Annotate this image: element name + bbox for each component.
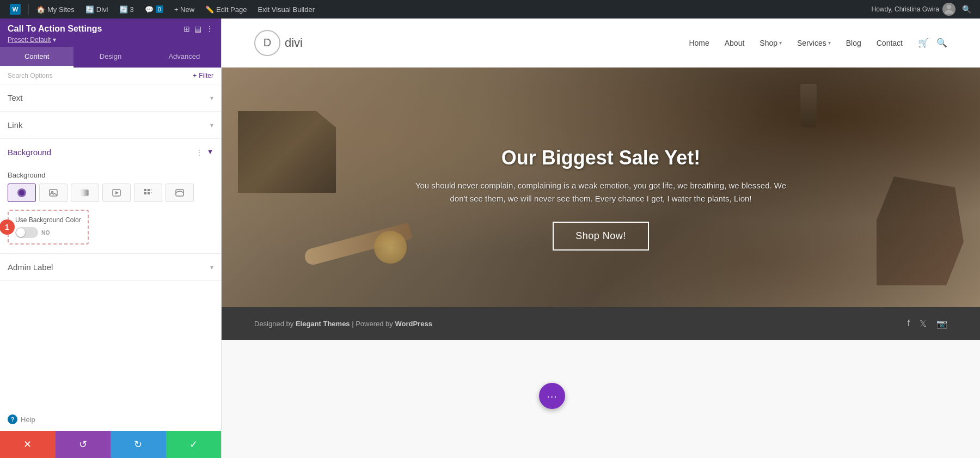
user-avatar[interactable] [942,3,955,16]
nav-blog[interactable]: Blog [846,39,861,47]
my-sites-label: My Sites [47,5,75,14]
user-greeting: Howdy, Christina Gwira [872,5,939,13]
svg-rect-14 [176,190,183,196]
twitter-icon[interactable]: 𝕏 [920,319,927,329]
responsive-icon[interactable]: ⊞ [183,25,190,33]
svg-rect-9 [148,189,150,191]
text-section: Text ▾ [0,84,221,112]
cancel-icon: ✕ [23,438,32,450]
tab-advanced[interactable]: Advanced [148,47,221,68]
help-icon: ? [8,414,17,424]
link-accordion-header[interactable]: Link ▾ [0,112,221,138]
panel-title: Call To Action Settings [8,24,102,34]
logo-circle: D [254,30,280,56]
new-item[interactable]: + New [170,0,199,19]
footer-social-icons: f 𝕏 📷 [908,319,947,329]
tab-design[interactable]: Design [74,47,147,68]
designed-by-text: Designed by [254,320,296,328]
panel-tabs: Content Design Advanced [0,47,221,68]
site-name-item[interactable]: 🔄 Divi [81,0,113,19]
text-accordion-header[interactable]: Text ▾ [0,84,221,111]
bg-video-tab[interactable] [102,184,131,202]
nav-about-label: About [725,39,745,47]
cancel-button[interactable]: ✕ [0,431,56,458]
wp-admin-bar: W 🏠 My Sites 🔄 Divi 🔄 3 💬 0 + New ✏️ Edi… [0,0,980,19]
link-chevron-icon: ▾ [210,121,213,129]
toggle-thumb [16,228,25,237]
hero-title: Our Biggest Sale Yet! [501,146,700,169]
link-section-label: Link [8,120,23,130]
hero-subtitle: You should never complain, complaining i… [411,179,792,205]
facebook-icon[interactable]: f [908,319,910,329]
edit-page-item[interactable]: ✏️ Edit Page [201,0,251,19]
use-bg-color-toggle[interactable]: NO [15,227,81,238]
bg-image-tab[interactable] [39,184,68,202]
background-accordion-header[interactable]: Background ⋮ ▲ [0,139,221,166]
help-row[interactable]: ? Help [0,408,221,431]
floating-action-button[interactable]: ··· [539,383,565,409]
background-more-icon[interactable]: ⋮ [196,149,203,156]
cart-icon[interactable]: 🛒 [918,38,929,48]
admin-label-accordion-header[interactable]: Admin Label ▾ [0,254,221,280]
svg-point-0 [947,5,951,9]
svg-point-2 [19,190,24,196]
filter-label: Filter [199,72,213,80]
search-icon[interactable]: 🔍 [959,5,975,14]
nav-blog-label: Blog [846,39,861,47]
filter-plus-icon: + [193,72,197,80]
step-badge: 1 [0,219,15,235]
text-chevron-icon: ▾ [210,94,213,102]
sync-count: 3 [130,5,134,14]
nav-home[interactable]: Home [689,39,709,47]
search-options-label: Search Options [8,72,53,80]
save-icon: ✓ [189,438,198,450]
spacer-below [222,340,980,458]
panel-header: Call To Action Settings ⊞ ▤ ⋮ Preset: De… [0,19,221,47]
use-bg-color-label: Use Background Color [15,216,81,224]
edit-page-label: Edit Page [216,5,247,14]
wp-logo-item[interactable]: W [5,0,25,19]
svg-rect-8 [144,189,146,191]
background-content: Background [0,166,221,253]
svg-rect-13 [151,192,152,193]
nav-contact[interactable]: Contact [877,39,903,47]
exit-builder-item[interactable]: Exit Visual Builder [253,0,319,19]
search-icon[interactable]: 🔍 [936,38,947,48]
toggle-track[interactable] [15,227,38,238]
redo-icon: ↻ [134,438,142,450]
footer-text: Designed by Elegant Themes | Powered by … [254,320,432,328]
layout-icon[interactable]: ▤ [194,25,201,33]
shop-dropdown-arrow: ▾ [779,40,782,46]
more-icon[interactable]: ⋮ [206,25,213,33]
background-section: Background ⋮ ▲ Background [0,139,221,254]
text-section-label: Text [8,93,23,102]
bg-color-tab[interactable] [8,184,36,202]
admin-label-section: Admin Label ▾ [0,254,221,281]
sync-item[interactable]: 🔄 3 [115,0,138,19]
nav-about[interactable]: About [725,39,745,47]
site-name-label: Divi [96,5,108,14]
background-label: Background [8,171,213,179]
nav-contact-label: Contact [877,39,903,47]
save-button[interactable]: ✓ [166,431,222,458]
tab-design-label: Design [100,52,121,60]
shop-now-label: Shop Now! [575,230,626,241]
filter-button[interactable]: + Filter [193,72,213,80]
preset-line[interactable]: Preset: Default ▾ [8,36,213,44]
undo-button[interactable]: ↺ [56,431,111,458]
bg-gradient-tab[interactable] [71,184,99,202]
tab-content[interactable]: Content [0,47,74,68]
nav-shop[interactable]: Shop ▾ [759,39,782,47]
undo-icon: ↺ [79,438,87,450]
nav-services[interactable]: Services ▾ [797,39,831,47]
my-sites-item[interactable]: 🏠 My Sites [32,0,79,19]
admin-label-section-label: Admin Label [8,262,53,272]
link-section: Link ▾ [0,112,221,139]
background-chevron-icon: ▲ [207,149,213,156]
comments-item[interactable]: 💬 0 [140,0,168,19]
instagram-icon[interactable]: 📷 [936,319,947,329]
bg-mask-tab[interactable] [166,184,194,202]
shop-now-button[interactable]: Shop Now! [553,222,649,251]
redo-button[interactable]: ↻ [111,431,166,458]
bg-pattern-tab[interactable] [134,184,162,202]
